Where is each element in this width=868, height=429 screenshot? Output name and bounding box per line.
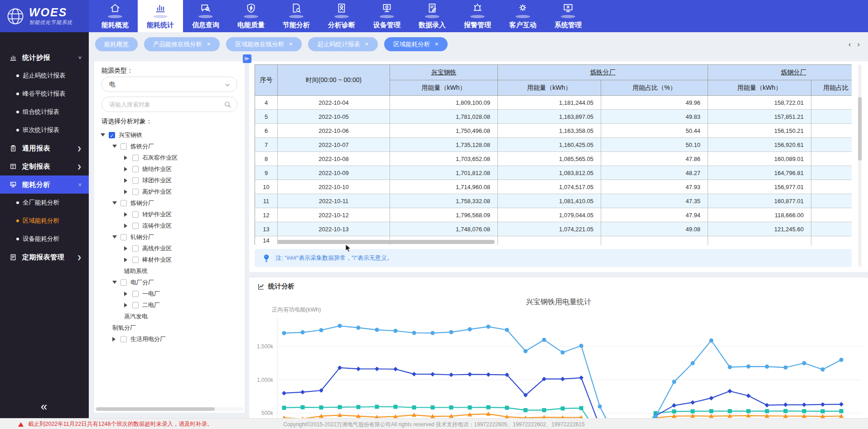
sidebar-collapse-button[interactable]: « [0,400,89,414]
tabs-scroll-right-icon[interactable]: › [857,40,860,49]
nav-item-5[interactable]: 节能分析 [274,0,319,32]
tree-node[interactable]: 炼铁分厂 [94,141,245,152]
table-group-link[interactable]: 炼钢分厂 [781,68,806,77]
sidebar-item-1-2[interactable]: 峰谷平统计报表 [0,85,89,103]
tree-checkbox[interactable] [132,302,139,308]
nav-item-11[interactable]: 系统管理 [545,0,591,32]
tab-4[interactable]: 起止码统计报表✕ [308,37,378,51]
close-icon[interactable]: ✕ [207,37,211,51]
cell: 4 [255,96,278,110]
close-icon[interactable]: ✕ [434,37,439,51]
tree-node[interactable]: 石灰窑作业区 [94,152,245,163]
tree-node[interactable]: 连铸作业区 [94,220,245,231]
tree-checkbox[interactable] [132,177,139,184]
tree-collapse-icon[interactable] [112,145,117,148]
tree-checkbox[interactable] [132,189,139,195]
tree-collapse-icon[interactable] [112,201,117,205]
nav-item-2[interactable]: 能耗统计 [138,0,183,32]
search-icon[interactable] [224,101,231,108]
tree-node[interactable]: 生活用电分厂 [94,333,245,345]
close-icon[interactable]: ✕ [365,37,369,51]
tree-expand-icon[interactable] [124,258,127,262]
tree-node[interactable]: 二电厂 [94,299,245,311]
tree-expand-icon[interactable] [124,167,127,171]
tree-node[interactable]: 高炉作业区 [94,186,245,197]
table-group-link[interactable]: 炼铁分厂 [590,68,616,77]
tree-expand-icon[interactable] [124,156,127,160]
search-input[interactable] [109,98,222,111]
sidebar-group-1[interactable]: 统计抄报˅ [0,49,89,67]
sidebar-group-2[interactable]: 通用报表❯ [0,139,89,157]
tree-scrollbar-thumb[interactable] [96,407,215,411]
nav-item-3[interactable]: 信息查询 [183,0,228,32]
nav-item-1[interactable]: 能耗概览 [92,0,138,32]
tab-3[interactable]: 区域能效在线分析✕ [226,37,302,51]
tree-node[interactable]: 高线作业区 [94,243,245,254]
tree-checkbox[interactable] [132,257,139,263]
tree-node[interactable]: 球团作业区 [94,175,245,186]
tabs-scroll-left-icon[interactable]: ‹ [849,40,851,49]
sidebar-group-label: 定制报表 [22,162,50,171]
nav-item-4[interactable]: 电能质量 [228,0,274,32]
sidebar-group-5[interactable]: 定期报表管理❯ [0,248,89,266]
table-vertical-scrollbar-thumb[interactable] [858,97,862,161]
tree-node[interactable]: 轧钢分厂 [94,231,245,243]
tree-checkbox[interactable] [132,291,139,297]
sidebar-item-1-1[interactable]: 起止码统计报表 [0,67,89,85]
tree-node[interactable]: 一电厂 [94,288,245,299]
tab-1[interactable]: 能耗概览 [95,37,138,51]
collapse-filter-panel-icon[interactable] [243,54,251,63]
table-group-link[interactable]: 兴宝钢铁 [431,68,457,77]
nav-item-6[interactable]: 分析诊断 [319,0,364,32]
energy-type-select[interactable]: 电 [101,77,237,92]
tree-node[interactable]: ✓兴宝钢铁 [94,129,245,141]
tree-collapse-icon[interactable] [112,281,117,284]
tree-collapse-icon[interactable] [101,133,105,136]
tree-checkbox[interactable] [132,166,139,172]
tree-checkbox[interactable] [132,155,139,161]
tree-expand-icon[interactable] [124,246,127,251]
sidebar-group-3[interactable]: 定制报表❯ [0,157,89,176]
sidebar-group-4[interactable]: 能耗分析˅ [0,176,89,194]
tree-node[interactable]: 转炉作业区 [94,209,245,220]
sidebar-item-4-3[interactable]: 设备能耗分析 [0,230,89,248]
sidebar-item-4-2[interactable]: 区域能耗分析 [0,212,89,230]
tree-checkbox[interactable] [132,223,139,229]
nav-item-7[interactable]: 设备管理 [364,0,410,32]
close-icon[interactable]: ✕ [289,37,293,51]
tree-expand-icon[interactable] [124,303,127,307]
sidebar-item-4-1[interactable]: 全厂能耗分析 [0,194,89,212]
tree-checkbox[interactable] [121,143,127,150]
tree-expand-icon[interactable] [124,178,127,183]
tree-expand-icon[interactable] [124,292,127,296]
tab-5[interactable]: 区域能耗分析✕ [384,37,448,51]
table-horizontal-scrollbar-thumb[interactable] [277,240,495,244]
sidebar-item-1-3[interactable]: 组合统计报表 [0,103,89,121]
tree-node[interactable]: 制氧分厂 [94,322,245,333]
tree-node[interactable]: 电厂分厂 [94,277,245,288]
tree-node[interactable]: 炼钢分厂 [94,197,245,209]
tree-checkbox[interactable] [121,234,127,240]
tree-expand-icon[interactable] [124,190,127,194]
nav-item-10[interactable]: 客户互动 [500,0,545,32]
tree-node[interactable]: 蒸汽发电 [94,311,245,322]
tree-collapse-icon[interactable] [112,235,117,239]
tab-2[interactable]: 产品能效在线分析✕ [144,37,220,51]
tree-expand-icon[interactable] [124,224,127,228]
tree-checkbox[interactable] [121,336,127,342]
tree-checkbox[interactable] [132,211,139,218]
tree-checkbox[interactable] [121,200,127,206]
tree-expand-icon[interactable] [112,337,116,341]
tree-checkbox[interactable] [132,245,139,252]
tree-node[interactable]: 辅助系统 [94,265,245,277]
tree-expand-icon[interactable] [124,212,127,217]
tree-checkbox[interactable] [121,279,127,286]
nav-item-8[interactable]: 数据录入 [410,0,455,32]
tree-node[interactable]: 烧结作业区 [94,163,245,175]
sidebar-item-1-4[interactable]: 班次统计报表 [0,121,89,139]
tree-node[interactable]: 棒材作业区 [94,254,245,265]
tree-node-label: 炼钢分厂 [130,199,154,207]
tree-checkbox[interactable]: ✓ [109,132,115,138]
nav-item-9[interactable]: 报警管理 [455,0,500,32]
cell: 11 [255,194,278,208]
